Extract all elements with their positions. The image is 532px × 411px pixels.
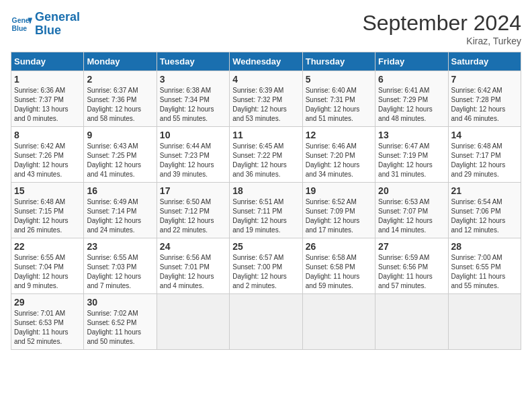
day-info: Sunrise: 6:39 AMSunset: 7:32 PMDaylight:… (232, 86, 299, 124)
day-info: Sunrise: 6:57 AMSunset: 7:00 PMDaylight:… (232, 253, 299, 291)
day-number: 24 (160, 241, 226, 252)
calendar-cell: 5Sunrise: 6:40 AMSunset: 7:31 PMDaylight… (302, 71, 375, 127)
day-info: Sunrise: 6:40 AMSunset: 7:31 PMDaylight:… (306, 86, 372, 124)
day-number: 26 (306, 241, 372, 252)
calendar-cell: 13Sunrise: 6:47 AMSunset: 7:19 PMDayligh… (375, 127, 448, 183)
day-info: Sunrise: 6:58 AMSunset: 6:58 PMDaylight:… (306, 253, 372, 291)
day-info: Sunrise: 6:50 AMSunset: 7:12 PMDaylight:… (160, 197, 226, 235)
calendar-header-cell: Thursday (302, 52, 375, 71)
day-number: 18 (232, 185, 299, 196)
calendar-cell: 18Sunrise: 6:51 AMSunset: 7:11 PMDayligh… (230, 183, 302, 238)
calendar-week-row: 1Sunrise: 6:36 AMSunset: 7:37 PMDaylight… (11, 71, 521, 127)
day-info: Sunrise: 6:55 AMSunset: 7:04 PMDaylight:… (14, 253, 81, 291)
calendar-header-cell: Wednesday (230, 52, 302, 71)
day-number: 30 (87, 297, 153, 308)
day-number: 22 (14, 241, 81, 252)
day-info: Sunrise: 6:48 AMSunset: 7:17 PMDaylight:… (451, 142, 518, 179)
location-subtitle: Kiraz, Turkey (362, 36, 521, 46)
calendar-cell (157, 294, 229, 350)
calendar-cell: 23Sunrise: 6:55 AMSunset: 7:03 PMDayligh… (84, 238, 157, 294)
day-info: Sunrise: 6:53 AMSunset: 7:07 PMDaylight:… (378, 197, 445, 235)
day-info: Sunrise: 6:42 AMSunset: 7:28 PMDaylight:… (451, 86, 518, 124)
calendar-cell: 8Sunrise: 6:42 AMSunset: 7:26 PMDaylight… (11, 127, 84, 183)
calendar-cell: 29Sunrise: 7:01 AMSunset: 6:53 PMDayligh… (11, 294, 84, 350)
calendar-week-row: 15Sunrise: 6:48 AMSunset: 7:15 PMDayligh… (11, 183, 521, 238)
calendar-week-row: 8Sunrise: 6:42 AMSunset: 7:26 PMDaylight… (11, 127, 521, 183)
calendar-table: SundayMondayTuesdayWednesdayThursdayFrid… (11, 52, 521, 350)
calendar-cell: 28Sunrise: 7:00 AMSunset: 6:55 PMDayligh… (448, 238, 521, 294)
day-info: Sunrise: 7:01 AMSunset: 6:53 PMDaylight:… (14, 309, 81, 347)
day-info: Sunrise: 6:54 AMSunset: 7:06 PMDaylight:… (451, 197, 518, 235)
logo-text: GeneralBlue (35, 11, 80, 38)
day-number: 4 (232, 74, 299, 85)
day-info: Sunrise: 6:37 AMSunset: 7:36 PMDaylight:… (87, 86, 153, 124)
day-number: 19 (306, 185, 372, 196)
day-info: Sunrise: 6:52 AMSunset: 7:09 PMDaylight:… (306, 197, 372, 235)
day-info: Sunrise: 6:44 AMSunset: 7:23 PMDaylight:… (160, 142, 226, 179)
calendar-cell (448, 294, 521, 350)
calendar-cell: 19Sunrise: 6:52 AMSunset: 7:09 PMDayligh… (302, 183, 375, 238)
calendar-cell: 21Sunrise: 6:54 AMSunset: 7:06 PMDayligh… (448, 183, 521, 238)
day-number: 7 (451, 74, 518, 85)
day-info: Sunrise: 6:51 AMSunset: 7:11 PMDaylight:… (232, 197, 299, 235)
day-info: Sunrise: 6:55 AMSunset: 7:03 PMDaylight:… (87, 253, 153, 291)
calendar-cell: 7Sunrise: 6:42 AMSunset: 7:28 PMDaylight… (448, 71, 521, 127)
calendar-cell: 14Sunrise: 6:48 AMSunset: 7:17 PMDayligh… (448, 127, 521, 183)
calendar-cell: 30Sunrise: 7:02 AMSunset: 6:52 PMDayligh… (84, 294, 157, 350)
day-number: 9 (87, 130, 153, 140)
calendar-cell: 27Sunrise: 6:59 AMSunset: 6:56 PMDayligh… (375, 238, 448, 294)
day-number: 12 (306, 130, 372, 140)
day-number: 21 (451, 185, 518, 196)
day-number: 10 (160, 130, 226, 140)
day-number: 3 (160, 74, 226, 85)
calendar-cell: 12Sunrise: 6:46 AMSunset: 7:20 PMDayligh… (302, 127, 375, 183)
calendar-cell: 1Sunrise: 6:36 AMSunset: 7:37 PMDaylight… (11, 71, 84, 127)
calendar-cell: 22Sunrise: 6:55 AMSunset: 7:04 PMDayligh… (11, 238, 84, 294)
calendar-week-row: 29Sunrise: 7:01 AMSunset: 6:53 PMDayligh… (11, 294, 521, 350)
day-info: Sunrise: 7:00 AMSunset: 6:55 PMDaylight:… (451, 253, 518, 291)
logo-icon: General Blue (11, 13, 32, 35)
calendar-header-cell: Tuesday (157, 52, 229, 71)
calendar-cell: 9Sunrise: 6:43 AMSunset: 7:25 PMDaylight… (84, 127, 157, 183)
day-number: 8 (14, 130, 81, 140)
day-number: 17 (160, 185, 226, 196)
calendar-cell: 20Sunrise: 6:53 AMSunset: 7:07 PMDayligh… (375, 183, 448, 238)
day-info: Sunrise: 6:59 AMSunset: 6:56 PMDaylight:… (378, 253, 445, 291)
calendar-cell: 15Sunrise: 6:48 AMSunset: 7:15 PMDayligh… (11, 183, 84, 238)
page-header: General Blue GeneralBlue September 2024 … (11, 11, 521, 46)
day-info: Sunrise: 6:56 AMSunset: 7:01 PMDaylight:… (160, 253, 226, 291)
logo: General Blue GeneralBlue (11, 11, 80, 38)
calendar-cell: 25Sunrise: 6:57 AMSunset: 7:00 PMDayligh… (230, 238, 302, 294)
day-number: 15 (14, 185, 81, 196)
svg-text:Blue: Blue (12, 24, 28, 32)
calendar-header-cell: Saturday (448, 52, 521, 71)
day-info: Sunrise: 6:49 AMSunset: 7:14 PMDaylight:… (87, 197, 153, 235)
day-number: 11 (232, 130, 299, 140)
day-info: Sunrise: 6:43 AMSunset: 7:25 PMDaylight:… (87, 142, 153, 179)
calendar-cell: 2Sunrise: 6:37 AMSunset: 7:36 PMDaylight… (84, 71, 157, 127)
day-info: Sunrise: 6:41 AMSunset: 7:29 PMDaylight:… (378, 86, 445, 124)
day-info: Sunrise: 6:38 AMSunset: 7:34 PMDaylight:… (160, 86, 226, 124)
day-number: 27 (378, 241, 445, 252)
calendar-cell: 3Sunrise: 6:38 AMSunset: 7:34 PMDaylight… (157, 71, 229, 127)
day-info: Sunrise: 6:45 AMSunset: 7:22 PMDaylight:… (232, 142, 299, 179)
day-number: 6 (378, 74, 445, 85)
calendar-cell: 11Sunrise: 6:45 AMSunset: 7:22 PMDayligh… (230, 127, 302, 183)
day-info: Sunrise: 6:47 AMSunset: 7:19 PMDaylight:… (378, 142, 445, 179)
calendar-cell: 24Sunrise: 6:56 AMSunset: 7:01 PMDayligh… (157, 238, 229, 294)
day-number: 16 (87, 185, 153, 196)
calendar-cell: 10Sunrise: 6:44 AMSunset: 7:23 PMDayligh… (157, 127, 229, 183)
day-number: 14 (451, 130, 518, 140)
calendar-cell (375, 294, 448, 350)
day-number: 13 (378, 130, 445, 140)
day-number: 2 (87, 74, 153, 85)
calendar-header-cell: Monday (84, 52, 157, 71)
calendar-cell: 16Sunrise: 6:49 AMSunset: 7:14 PMDayligh… (84, 183, 157, 238)
month-title: September 2024 (362, 11, 521, 36)
day-number: 1 (14, 74, 81, 85)
calendar-header-cell: Sunday (11, 52, 84, 71)
calendar-header-cell: Friday (375, 52, 448, 71)
calendar-week-row: 22Sunrise: 6:55 AMSunset: 7:04 PMDayligh… (11, 238, 521, 294)
day-number: 5 (306, 74, 372, 85)
calendar-header-row: SundayMondayTuesdayWednesdayThursdayFrid… (11, 52, 521, 71)
